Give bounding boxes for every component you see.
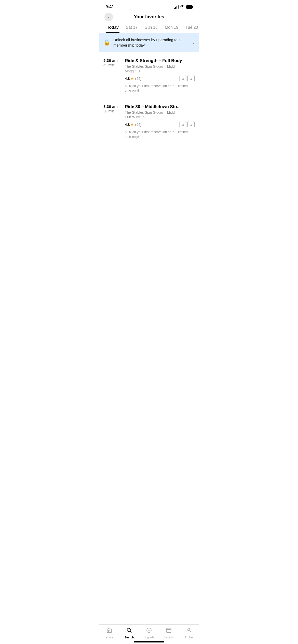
duration-2: 30 min: [103, 109, 121, 113]
class-studio-1: The Stables Spin Studio – Middl...: [125, 64, 195, 68]
rating-value-2: 4.8: [125, 123, 130, 127]
banner-text: Unlock all businesses by upgrading to a …: [113, 37, 190, 48]
class-item-1[interactable]: 5:30 am 45 min Ride & Strength – Full Bo…: [99, 53, 199, 98]
spot-badge-2a: 3: [179, 121, 186, 128]
day-tabs: Today Sat 17 Sun 18 Mon 19 Tue 20 We: [99, 23, 199, 33]
class-name-1: Ride & Strength – Full Body: [125, 58, 195, 63]
rating-info-2: 4.8 ★ (44): [125, 123, 141, 127]
spots-badges-1: 3 1: [179, 75, 195, 82]
star-icon-1: ★: [131, 77, 134, 81]
signal-bars-icon: [174, 5, 179, 9]
class-instructor-2: Erin Wintrup: [125, 115, 195, 119]
spot-badge-2b: 1: [187, 121, 195, 128]
battery-icon: [186, 5, 193, 9]
rating-info-1: 4.8 ★ (44): [125, 77, 141, 81]
wifi-icon: [180, 5, 185, 9]
class-time-2: 8:30 am 30 min: [103, 104, 121, 139]
lock-icon: 🔒: [103, 39, 110, 46]
tab-sun18[interactable]: Sun 18: [141, 23, 161, 33]
promo-text-2: 50% off your first reservation here – li…: [125, 130, 195, 139]
class-info-1: Ride & Strength – Full Body The Stables …: [125, 58, 195, 93]
time-value-2: 8:30 am: [103, 104, 121, 109]
status-icons: [174, 5, 193, 9]
tab-mon19[interactable]: Mon 19: [161, 23, 182, 33]
page-header: ‹ Your favorites: [99, 12, 199, 23]
divider-mid: [103, 98, 195, 98]
class-name-2: Ride 30 – Middletown Stu...: [125, 104, 195, 109]
class-item-2[interactable]: 8:30 am 30 min Ride 30 – Middletown Stu.…: [99, 99, 199, 144]
status-bar: 9:41: [99, 0, 199, 12]
spot-badge-1b: 1: [187, 75, 195, 82]
page-title: Your favorites: [134, 14, 164, 20]
upgrade-banner[interactable]: 🔒 Unlock all businesses by upgrading to …: [99, 33, 199, 52]
chevron-right-icon: ›: [193, 40, 195, 45]
class-studio-2: The Stables Spin Studio – Middl...: [125, 110, 195, 114]
rating-row-2: 4.8 ★ (44) 3 1: [125, 121, 195, 128]
rating-row-1: 4.8 ★ (44) 3 1: [125, 75, 195, 82]
promo-text-1: 50% off your first reservation here – li…: [125, 84, 195, 93]
tab-sat17[interactable]: Sat 17: [122, 23, 141, 33]
tab-today[interactable]: Today: [103, 23, 122, 33]
status-time: 9:41: [105, 4, 114, 9]
rating-value-1: 4.8: [125, 77, 130, 81]
time-value-1: 5:30 am: [103, 58, 121, 63]
spots-badges-2: 3 1: [179, 121, 195, 128]
class-instructor-1: Maggie H: [125, 69, 195, 73]
star-icon-2: ★: [131, 123, 134, 127]
class-time-1: 5:30 am 45 min: [103, 58, 121, 93]
rating-count-1: (44): [135, 77, 141, 81]
spot-badge-1a: 3: [179, 75, 186, 82]
rating-count-2: (44): [135, 123, 141, 127]
class-info-2: Ride 30 – Middletown Stu... The Stables …: [125, 104, 195, 139]
back-button[interactable]: ‹: [104, 13, 113, 21]
back-arrow-icon: ‹: [108, 15, 109, 19]
divider-top: [103, 52, 195, 52]
tab-tue20[interactable]: Tue 20: [182, 23, 199, 33]
duration-1: 45 min: [103, 63, 121, 67]
